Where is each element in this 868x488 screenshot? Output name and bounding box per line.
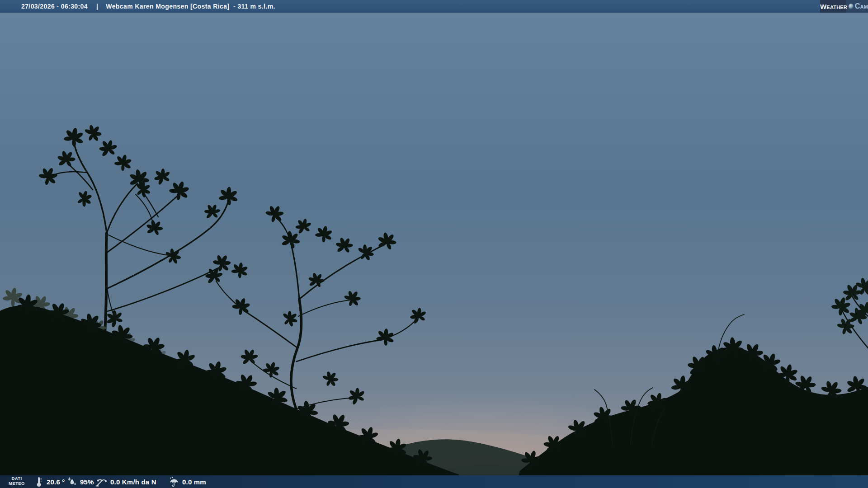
weathercam-logo[interactable]: Weather Cam [820, 0, 868, 13]
logo-weather-text: Weather [820, 3, 847, 10]
temperature-readout: 20.6 ° [35, 475, 65, 488]
weather-data-bar: DATI METEO 20.6 ° 95% [0, 475, 868, 488]
webcam-page: 27/03/2026 - 06:30:04|Webcam Karen Mogen… [0, 0, 868, 488]
humidity-readout: 95% [66, 475, 94, 488]
logo-cam-text: Cam [855, 2, 868, 10]
dati-meteo-label: DATI METEO [7, 476, 26, 486]
page-title: Webcam Karen Mogensen [Costa Rica] - 311… [106, 3, 275, 10]
humidity-icon [66, 477, 77, 487]
wind-readout: 0.0 Km/h da N [95, 475, 156, 488]
top-bar: 27/03/2026 - 06:30:04|Webcam Karen Mogen… [0, 0, 868, 13]
temperature-value: 20.6 ° [47, 478, 65, 486]
rain-umbrella-icon [168, 477, 179, 487]
wind-anemometer-icon [95, 476, 107, 487]
separator: | [96, 3, 98, 10]
thermometer-icon [35, 476, 43, 487]
weathercam-dot-icon [849, 4, 854, 9]
humidity-value: 95% [80, 478, 94, 486]
rain-value: 0.0 mm [182, 478, 206, 486]
wind-value: 0.0 Km/h da N [110, 478, 156, 486]
webcam-photo [0, 0, 868, 488]
rain-readout: 0.0 mm [168, 475, 206, 488]
timestamp: 27/03/2026 - 06:30:04 [21, 3, 88, 10]
